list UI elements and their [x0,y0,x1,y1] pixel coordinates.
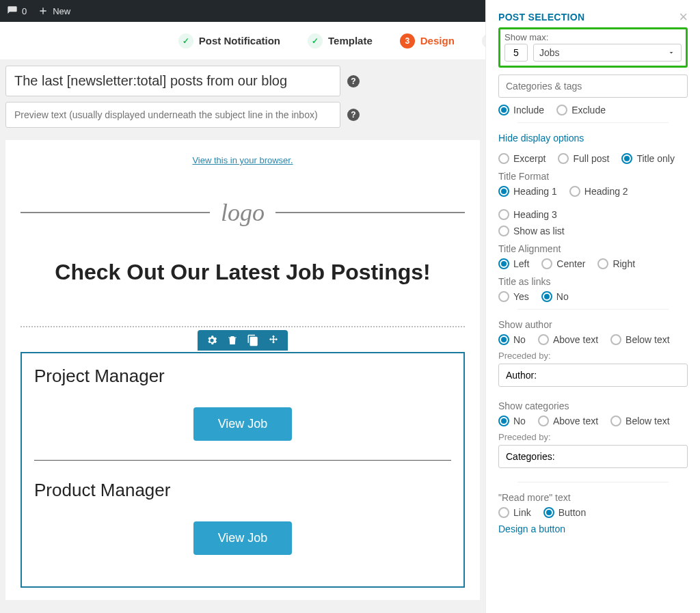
step-label: Post Notification [199,35,280,46]
divider-line [21,212,210,213]
title-format-row: Heading 1 Heading 2 Heading 3 [498,186,688,220]
post-block-wrap: Project Manager View Job Product Manager… [21,352,465,588]
chevron-down-icon [667,49,675,57]
full-post-radio[interactable]: Full post [558,153,609,164]
step-template[interactable]: ✓ Template [308,33,373,49]
dotted-divider [21,326,465,327]
subject-row: ? [5,66,480,96]
show-max-label: Show max: [504,32,682,42]
show-author-label: Show author [498,319,688,330]
trash-icon[interactable] [226,334,239,346]
step-label: Template [328,35,373,46]
links-no-radio[interactable]: No [541,291,569,302]
step-number: 3 [400,33,415,49]
comment-icon [7,5,18,16]
divider-line [275,212,465,213]
posts-block[interactable]: Project Manager View Job Product Manager… [21,352,465,588]
post-type-value: Jobs [539,47,560,58]
post-item: Project Manager View Job [34,366,451,460]
adminbar-new-label: New [53,6,70,16]
categories-above-radio[interactable]: Above text [538,416,598,426]
title-alignment-label: Title Alignment [498,243,688,254]
categories-tags-input[interactable] [498,74,688,98]
hide-display-options-link[interactable]: Hide display options [498,133,688,144]
exclude-radio[interactable]: Exclude [556,105,606,115]
editor-area: ? ? View this in your browser. logo Chec… [0,60,485,613]
post-title: Project Manager [34,366,451,387]
panel-title: POST SELECTION [498,12,584,23]
headline[interactable]: Check Out Our Latest Job Postings! [21,260,465,285]
show-author-row: No Above text Below text [498,334,688,345]
adminbar-comments[interactable]: 0 [7,5,27,16]
sidebar-panel: POST SELECTION × Show max: Jobs Include … [485,0,700,613]
author-no-radio[interactable]: No [498,334,526,345]
duplicate-icon[interactable] [247,334,259,346]
show-categories-row: No Above text Below text [498,416,688,426]
categories-preceded-input[interactable] [498,445,688,468]
separator [517,482,669,482]
post-title: Product Manager [34,480,451,501]
read-more-row: Link Button [498,507,688,518]
step-design[interactable]: 3 Design [400,33,455,49]
author-below-radio[interactable]: Below text [610,334,670,345]
view-job-button[interactable]: View Job [193,407,293,441]
heading2-radio[interactable]: Heading 2 [569,186,628,197]
adminbar-new[interactable]: New [38,5,70,16]
gear-icon[interactable] [206,334,218,346]
show-as-list-row: Show as list [498,226,688,236]
help-icon[interactable]: ? [347,75,360,87]
adminbar-comments-count: 0 [22,6,27,16]
step-label: Design [420,35,455,46]
panel-header: POST SELECTION × [498,10,688,25]
check-icon: ✓ [178,33,193,49]
read-more-link-radio[interactable]: Link [498,507,531,518]
preceded-by-label: Preceded by: [498,432,688,442]
help-icon[interactable]: ? [347,109,360,121]
title-alignment-row: Left Center Right [498,258,688,269]
align-left-radio[interactable]: Left [498,258,529,269]
excerpt-radio[interactable]: Excerpt [498,153,546,164]
show-max-input[interactable] [504,44,528,62]
show-as-list-radio[interactable]: Show as list [498,226,565,236]
read-more-button-radio[interactable]: Button [543,507,586,518]
subject-input[interactable] [5,66,340,96]
heading3-radio[interactable]: Heading 3 [498,209,557,220]
title-as-links-row: Yes No [498,291,688,302]
step-post-notification[interactable]: ✓ Post Notification [178,33,280,49]
check-icon: ✓ [308,33,323,49]
display-mode-row: Excerpt Full post Title only [498,153,688,164]
separator [517,122,669,123]
move-icon[interactable] [267,334,280,346]
categories-below-radio[interactable]: Below text [610,416,670,426]
preceded-by-label: Preceded by: [498,351,688,361]
include-radio[interactable]: Include [498,105,544,115]
align-right-radio[interactable]: Right [597,258,635,269]
logo-text: logo [221,198,265,227]
align-center-radio[interactable]: Center [541,258,585,269]
show-max-box: Show max: Jobs [498,27,688,68]
categories-no-radio[interactable]: No [498,416,526,426]
title-only-radio[interactable]: Title only [621,153,675,164]
view-in-browser-link[interactable]: View this in your browser. [21,152,465,198]
close-icon[interactable]: × [679,10,688,25]
preview-text-input[interactable] [5,102,340,128]
design-button-link[interactable]: Design a button [498,523,688,534]
post-type-select[interactable]: Jobs [533,44,682,62]
read-more-label: "Read more" text [498,492,688,503]
show-categories-label: Show categories [498,400,688,411]
separator [517,309,669,310]
block-toolbar [198,330,288,351]
links-yes-radio[interactable]: Yes [498,291,529,302]
email-canvas: View this in your browser. logo Check Ou… [5,140,480,600]
author-preceded-input[interactable] [498,364,688,387]
preview-row: ? [5,102,480,128]
logo-divider: logo [21,198,465,227]
include-exclude-row: Include Exclude [498,105,688,115]
title-as-links-label: Title as links [498,276,688,287]
view-job-button[interactable]: View Job [193,521,293,555]
author-above-radio[interactable]: Above text [538,334,598,345]
post-item: Product Manager View Job [34,460,451,574]
plus-icon [38,5,49,16]
title-format-label: Title Format [498,171,688,182]
heading1-radio[interactable]: Heading 1 [498,186,557,197]
